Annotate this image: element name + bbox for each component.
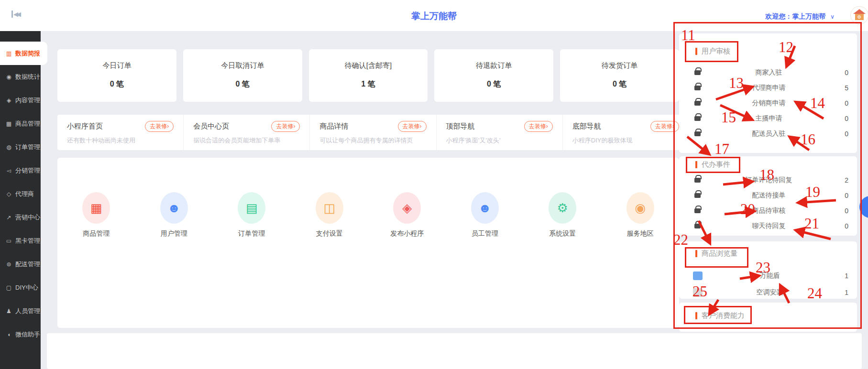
row-value: 0	[830, 222, 848, 230]
quick-publish-miniprogram[interactable]: ◈ 发布小程序	[368, 192, 446, 238]
monitor-icon: ▢	[5, 284, 12, 291]
quick-order-mgmt[interactable]: ▤ 订单管理	[213, 192, 291, 238]
avatar[interactable]: ⚙	[850, 6, 868, 24]
share-icon: ◅	[5, 167, 12, 174]
go-decorate-button[interactable]: 去装修›	[524, 121, 553, 132]
section-title: 代办事件	[702, 160, 730, 169]
panel-row-anchor-apply[interactable]: 主播申请0	[679, 111, 857, 126]
wallet-icon: ◫	[316, 192, 343, 224]
stat-title: 今日取消订单	[183, 61, 302, 70]
quick-product-mgmt[interactable]: ▦ 商品管理	[57, 192, 135, 238]
panel-row-product-audit[interactable]: 商品待审核0	[679, 203, 857, 218]
decorate-title: 底部导航	[572, 122, 601, 131]
sidebar-item-label: 数据统计	[15, 73, 40, 81]
panel-row-distributor-apply[interactable]: 分销商申请0	[679, 96, 857, 111]
sidebar-item-label: 人员管理	[15, 307, 40, 315]
quick-payment-settings[interactable]: ◫ 支付设置	[291, 192, 369, 238]
stat-value: 0 笔	[560, 79, 679, 89]
decorate-desc: 小程序'换面'又'改头'	[446, 136, 553, 145]
section-accent-bar	[695, 250, 697, 257]
quick-label: 服务地区	[602, 229, 680, 238]
page-title: 掌上万能帮	[0, 10, 868, 22]
sidebar-item-product-mgmt[interactable]: ▦商品管理	[0, 112, 41, 135]
panel-row-agent-apply[interactable]: 代理商申请5	[679, 80, 857, 96]
decorate-title: 会员中心页	[193, 122, 229, 131]
sidebar-item-label: 内容管理	[15, 96, 40, 105]
quick-staff-mgmt[interactable]: ☻ 员工管理	[446, 192, 524, 238]
sidebar-item-data-stats[interactable]: ◉数据统计	[0, 65, 41, 88]
sidebar-item-delivery-mgmt[interactable]: ⊚配送管理	[0, 252, 41, 276]
panel-row-courier-join[interactable]: 配送员入驻0	[679, 126, 857, 141]
house-gear-icon: ⚙	[855, 14, 864, 20]
sidebar-item-label: 黑卡管理	[15, 237, 40, 245]
go-decorate-button[interactable]: 去装修›	[145, 121, 174, 132]
lock-icon	[694, 86, 701, 90]
quick-label: 员工管理	[446, 229, 524, 238]
decorate-card-home: 小程序首页去装修› 还有数十种动画尚未使用	[57, 115, 184, 150]
sidebar-item-agent[interactable]: ◇代理商	[0, 182, 41, 206]
section-accent-bar	[695, 48, 697, 55]
sidebar-item-data-brief[interactable]: ▥数据简报	[0, 42, 47, 65]
row-value: 1	[830, 272, 848, 280]
quick-label: 发布小程序	[368, 229, 446, 238]
decorate-title: 顶部导航	[446, 122, 475, 131]
trend-icon: ↗	[5, 214, 12, 221]
counter-icon: ◉	[5, 74, 12, 80]
panel-row-chat-reply[interactable]: 聊天待回复0	[679, 218, 857, 234]
sidebar-item-order-mgmt[interactable]: ◍订单管理	[0, 135, 41, 159]
diamond-icon: ◇	[5, 191, 12, 197]
panel-customer-spending: 客户消费能力	[679, 303, 857, 332]
go-decorate-button[interactable]: 去装修›	[271, 121, 300, 132]
sidebar-item-wechat-assistant[interactable]: ◖微信助手	[0, 323, 41, 346]
sidebar-item-label: 微信助手	[15, 330, 40, 339]
sidebar-item-content-mgmt[interactable]: ◈内容管理	[0, 88, 41, 112]
product-thumbnail	[693, 288, 703, 297]
sidebar-item-label: 数据简报	[15, 49, 40, 58]
panel-row-delivery-accept[interactable]: 配送待接单0	[679, 188, 857, 203]
panel-row-product-wannengdun[interactable]: 万能盾1	[679, 267, 857, 284]
product-thumbnail	[693, 271, 703, 280]
sidebar-item-blackcard-mgmt[interactable]: ▭黑卡管理	[0, 229, 41, 252]
row-label: 代理商申请	[701, 84, 830, 92]
panel-product-views: 商品浏览量 万能盾1 空调安装1	[679, 241, 857, 299]
quick-service-area[interactable]: ◉ 服务地区	[602, 192, 680, 238]
decorate-desc: 可以让每个商品拥有专属的详情页	[319, 136, 426, 145]
decorate-desc: 据说合适的会员页能增加下单率	[193, 136, 300, 145]
lock-icon	[694, 101, 701, 106]
row-label: 订单评论待回复	[701, 176, 830, 184]
sidebar-item-diy-center[interactable]: ▢DIY中心	[0, 276, 41, 299]
bag-icon: ▦	[5, 120, 12, 127]
decorate-card-bottom-nav: 底部导航去装修› 小程序DIY的极致体现	[563, 115, 689, 150]
bar-chart-icon: ▥	[5, 50, 12, 57]
quick-user-mgmt[interactable]: ☻ 用户管理	[135, 192, 213, 238]
house-roof-icon	[853, 9, 866, 14]
row-value: 1	[830, 289, 848, 296]
sidebar-item-distribution-mgmt[interactable]: ◅分销管理	[0, 159, 41, 182]
welcome-text: 欢迎您：掌上万能帮	[765, 12, 825, 20]
panel-row-comment-reply[interactable]: 订单评论待回复2	[679, 173, 857, 188]
lock-icon	[694, 193, 701, 198]
row-label: 商家入驻	[701, 68, 830, 77]
quick-label: 商品管理	[57, 229, 135, 238]
sidebar-item-staff-mgmt[interactable]: ♟人员管理	[0, 299, 41, 323]
sidebar-item-marketing-center[interactable]: ↗营销中心	[0, 206, 41, 229]
stat-card-today-cancelled: 今日取消订单 0 笔	[183, 49, 302, 102]
row-value: 0	[830, 99, 848, 107]
row-value: 2	[830, 176, 848, 184]
panel-row-merchant-join[interactable]: 商家入驻0	[679, 65, 857, 80]
go-decorate-button[interactable]: 去装修›	[398, 121, 427, 132]
section-title: 客户消费能力	[702, 311, 745, 320]
row-value: 0	[830, 115, 848, 122]
panel-row-product-ac-install[interactable]: 空调安装1	[679, 284, 857, 301]
chevron-down-icon: ∨	[830, 13, 835, 20]
row-label: 空调安装	[703, 288, 830, 297]
bottom-content-card	[47, 333, 862, 369]
lock-icon	[694, 131, 701, 136]
decorate-card-top-nav: 顶部导航去装修› 小程序'换面'又'改头'	[437, 115, 563, 150]
stat-title: 待确认[含邮寄]	[309, 61, 428, 70]
stat-value: 1 笔	[309, 79, 428, 89]
stat-title: 今日订单	[57, 61, 176, 70]
quick-system-settings[interactable]: ⚙ 系统设置	[524, 192, 602, 238]
user-menu[interactable]: 欢迎您：掌上万能帮∨	[765, 12, 835, 21]
go-decorate-button[interactable]: 去装修›	[650, 121, 679, 132]
